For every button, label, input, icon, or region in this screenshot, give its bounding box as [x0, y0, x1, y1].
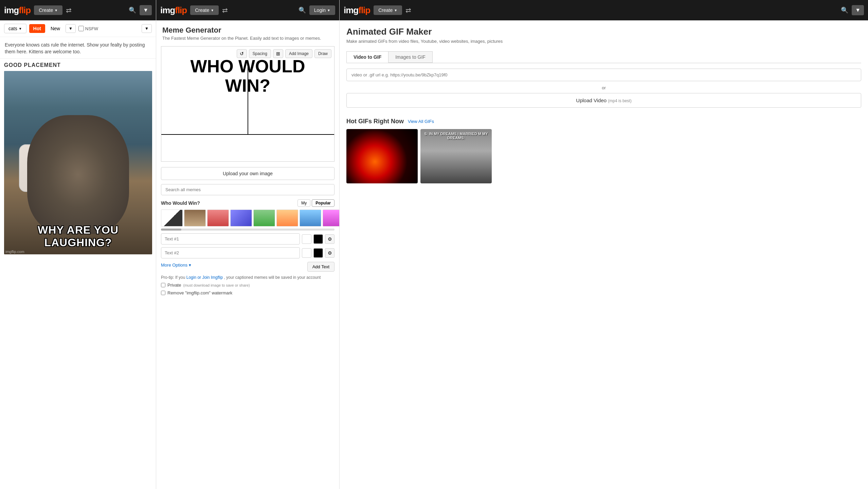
- text-row-1: ⚙: [161, 233, 334, 244]
- category-caret: ▼: [19, 27, 22, 31]
- more-options-button[interactable]: More Options ▾: [161, 262, 191, 268]
- meme-thumb-3[interactable]: [207, 210, 229, 227]
- meme-selector-header: Who Would Win? My Popular: [156, 197, 339, 208]
- create-label-center: Create: [195, 7, 209, 13]
- center-shuffle-button[interactable]: ⇄: [222, 6, 228, 14]
- text1-settings-button[interactable]: ⚙: [325, 234, 334, 244]
- meme-selector-title: Who Would Win?: [161, 200, 297, 206]
- hot-gifs-title: Hot GIFs Right Now: [346, 118, 404, 125]
- hot-gifs-header: Hot GIFs Right Now View All GIFs: [346, 118, 861, 125]
- center-search-icon[interactable]: 🔍: [299, 6, 306, 14]
- tagline: Everyone knows cats rule the internet. S…: [0, 37, 156, 59]
- filter-end: ▼: [142, 24, 152, 33]
- logo-flip-right: flip: [358, 5, 370, 16]
- meme-canvas: ↺ Spacing ⊞ Add Image Draw WHO WOULD WIN…: [161, 46, 334, 162]
- remove-watermark-label: Remove "imgflip.com" watermark: [167, 290, 232, 295]
- text1-color-black[interactable]: [313, 234, 323, 244]
- new-button[interactable]: New: [48, 24, 63, 33]
- gif-2-text: S: IN MY DREAMS I MARRIED M MY DREAMS:: [420, 132, 492, 140]
- remove-watermark-checkbox[interactable]: [161, 291, 165, 295]
- text2-color-black[interactable]: [313, 248, 323, 258]
- canvas-divider-vertical: [248, 66, 248, 134]
- upload-video-button[interactable]: Upload Video (mp4 is best): [346, 93, 861, 108]
- meme-thumb-5[interactable]: [253, 210, 275, 227]
- meme-thumb-7[interactable]: [300, 210, 321, 227]
- upload-video-hint: (mp4 is best): [608, 98, 631, 103]
- pro-tip-link[interactable]: Login or Join Imgflip: [186, 275, 223, 280]
- meme-gen-title: Meme Generator: [162, 26, 333, 35]
- left-logo[interactable]: imgflip: [4, 5, 31, 16]
- tab-video-to-gif[interactable]: Video to GIF: [346, 51, 388, 63]
- meme-thumb-8[interactable]: [323, 210, 339, 227]
- left-navbar-dropdown[interactable]: ▼: [140, 5, 152, 15]
- canvas-divider-horizontal: [161, 134, 334, 135]
- filter-dropdown-button[interactable]: ▼: [142, 24, 152, 33]
- my-memes-button[interactable]: My: [297, 199, 310, 207]
- logo-img-left: img: [4, 5, 19, 16]
- logo-img-center: img: [160, 5, 175, 16]
- more-options-row: More Options ▾ Add Text: [156, 260, 339, 274]
- right-shuffle-button[interactable]: ⇄: [405, 6, 411, 14]
- create-caret-center: ▼: [211, 8, 214, 12]
- text2-settings-button[interactable]: ⚙: [325, 248, 334, 258]
- logo-flip-center: flip: [175, 5, 187, 16]
- hot-gif-2[interactable]: S: IN MY DREAMS I MARRIED M MY DREAMS:: [420, 129, 492, 183]
- create-label-right: Create: [378, 7, 393, 13]
- add-text-button[interactable]: Add Text: [307, 262, 334, 272]
- right-panel: imgflip Create ▼ ⇄ 🔍 ▼ Animated GIF Make…: [340, 0, 868, 489]
- private-checkbox[interactable]: [161, 283, 165, 287]
- login-button[interactable]: Login ▼: [309, 5, 335, 15]
- right-title: Animated GIF Maker: [346, 26, 861, 37]
- right-subtitle: Make animated GIFs from video files, You…: [346, 38, 861, 44]
- meme-thumb-6[interactable]: [276, 210, 298, 227]
- text1-color-white[interactable]: [302, 234, 311, 244]
- center-create-button[interactable]: Create ▼: [190, 5, 219, 15]
- hot-gifs-section: Hot GIFs Right Now View All GIFs S: IN M…: [340, 118, 868, 183]
- left-create-button[interactable]: Create ▼: [34, 5, 62, 15]
- pro-tip: Pro-tip: If you Login or Join Imgflip , …: [156, 274, 339, 281]
- right-search-icon[interactable]: 🔍: [841, 6, 848, 14]
- nsfw-checkbox[interactable]: [78, 26, 84, 31]
- url-input-area: [346, 69, 861, 81]
- popular-memes-button[interactable]: Popular: [312, 199, 334, 207]
- tab-row: Video to GIF Images to GIF: [346, 51, 861, 63]
- right-create-button[interactable]: Create ▼: [374, 5, 402, 15]
- right-header: Animated GIF Maker Make animated GIFs fr…: [340, 20, 868, 47]
- text2-color-white[interactable]: [302, 248, 311, 258]
- meme-image-container: WHY ARE YOU LAUGHING? imgflip.com: [0, 71, 156, 254]
- right-logo[interactable]: imgflip: [344, 5, 370, 16]
- view-all-gifs-link[interactable]: View All GIFs: [408, 119, 434, 124]
- hot-button[interactable]: Hot: [29, 24, 45, 33]
- private-row: Private (must download image to save or …: [156, 281, 339, 289]
- upload-own-image-button[interactable]: Upload your own image: [161, 167, 334, 180]
- thumbnails-scrollbar[interactable]: [161, 229, 334, 231]
- right-navbar-dropdown[interactable]: ▼: [852, 5, 864, 15]
- meme-caption: WHY ARE YOU LAUGHING?: [4, 224, 152, 249]
- video-url-input[interactable]: [346, 69, 861, 81]
- left-shuffle-button[interactable]: ⇄: [66, 6, 72, 14]
- meme-search-input[interactable]: [161, 184, 334, 195]
- meme-thumb-4[interactable]: [230, 210, 252, 227]
- meme-watermark: imgflip.com: [5, 250, 24, 254]
- filter-bar: cats ▼ Hot New ▼ NSFW ▼: [0, 20, 156, 37]
- logo-flip-left: flip: [19, 5, 31, 16]
- remove-watermark-row: Remove "imgflip.com" watermark: [156, 289, 339, 297]
- meme-thumbnails: [156, 208, 339, 228]
- good-placement-title: GOOD PLACEMENT: [0, 59, 156, 70]
- create-caret-right: ▼: [394, 8, 397, 12]
- left-search-icon[interactable]: 🔍: [129, 6, 136, 14]
- or-divider: or: [340, 83, 868, 93]
- meme-thumb-1[interactable]: [161, 210, 183, 227]
- category-button[interactable]: cats ▼: [4, 24, 26, 33]
- meme-gen-subtitle: The Fastest Meme Generator on the Planet…: [162, 36, 333, 41]
- meme-thumb-2[interactable]: [184, 210, 206, 227]
- tab-images-to-gif[interactable]: Images to GIF: [388, 51, 433, 63]
- nsfw-label: NSFW: [78, 26, 98, 31]
- center-logo[interactable]: imgflip: [160, 5, 187, 16]
- hot-gif-1[interactable]: [346, 129, 418, 183]
- meme-image: WHY ARE YOU LAUGHING? imgflip.com: [4, 71, 152, 254]
- login-label: Login: [314, 7, 326, 13]
- text-input-2[interactable]: [161, 247, 300, 258]
- new-dropdown-button[interactable]: ▼: [66, 24, 76, 33]
- text-input-1[interactable]: [161, 233, 300, 244]
